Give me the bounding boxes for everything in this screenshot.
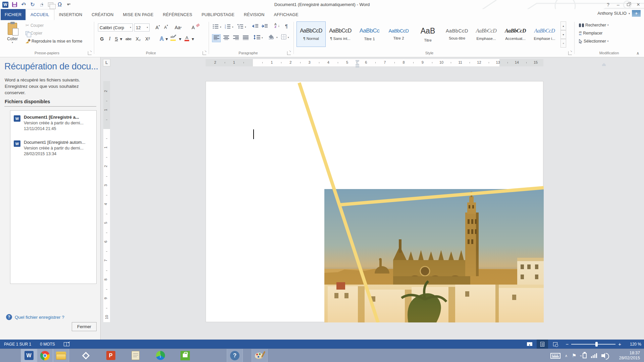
gallery-up-button[interactable]: ▲ bbox=[560, 21, 566, 30]
taskbar-paint-button[interactable] bbox=[252, 349, 268, 362]
text-effects-button[interactable]: A bbox=[158, 35, 165, 43]
taskbar-explorer-button[interactable] bbox=[53, 349, 69, 362]
grow-font-button[interactable]: A bbox=[154, 23, 162, 32]
justify-button[interactable] bbox=[241, 34, 250, 42]
zoom-out-button[interactable]: − bbox=[566, 341, 569, 347]
find-button[interactable]: Rechercher ▾ bbox=[579, 23, 609, 27]
superscript-button[interactable]: X² bbox=[144, 35, 152, 43]
shrink-font-button[interactable]: A bbox=[162, 23, 170, 32]
font-dialog-launcher[interactable] bbox=[203, 51, 206, 55]
clear-formatting-button[interactable]: A bbox=[190, 23, 197, 32]
subscript-button[interactable]: X₂ bbox=[134, 35, 142, 43]
recovered-file-item[interactable]: WDocument1 [Enregistré autom...Version c… bbox=[14, 140, 93, 156]
right-indent-marker[interactable] bbox=[602, 63, 606, 66]
zoom-level[interactable]: 120 % bbox=[626, 342, 641, 347]
font-color-chevron[interactable]: ▾ bbox=[191, 35, 195, 43]
help-button[interactable]: ? bbox=[603, 1, 613, 9]
restore-button[interactable] bbox=[623, 1, 633, 9]
close-pane-button[interactable]: Fermer bbox=[72, 322, 97, 331]
taskbar-journal-button[interactable] bbox=[127, 349, 144, 362]
decrease-indent-button[interactable] bbox=[252, 24, 258, 29]
font-color-button[interactable]: A bbox=[184, 34, 189, 42]
symbol-omega-button[interactable]: Ω▾ bbox=[56, 1, 63, 8]
style-item-0[interactable]: AaBbCcD¶ Normal bbox=[297, 21, 326, 47]
account-chip[interactable]: Anthony SULIO ▾ ✈ bbox=[597, 10, 641, 17]
shading-button[interactable]: ▾ bbox=[268, 34, 278, 41]
italic-button[interactable]: I bbox=[107, 35, 113, 43]
taskbar-diamond-button[interactable] bbox=[78, 349, 94, 362]
change-case-button[interactable]: Aa▾ bbox=[173, 23, 183, 32]
taskbar-idm-button[interactable]: ↓ bbox=[152, 349, 168, 362]
repeat-button[interactable]: ↻ bbox=[29, 1, 36, 8]
align-right-button[interactable] bbox=[231, 34, 240, 42]
collapse-ribbon-button[interactable]: ∧ bbox=[636, 51, 639, 56]
text-effects-chevron[interactable]: ▾ bbox=[165, 35, 168, 43]
taskbar-start-button[interactable] bbox=[0, 349, 21, 362]
touch-keyboard-icon[interactable] bbox=[550, 353, 560, 359]
seville-cathedral-photo[interactable] bbox=[324, 189, 544, 322]
touch-mode-button[interactable]: ☝▾ bbox=[38, 1, 45, 8]
tab-r-vision[interactable]: RÉVISION bbox=[239, 9, 269, 20]
recovered-file-item[interactable]: WDocument1 [Enregistré a...Version créée… bbox=[14, 115, 93, 131]
font-size-combo[interactable]: 12▾ bbox=[134, 23, 150, 32]
page-indicator[interactable]: PAGE 1 SUR 1 bbox=[4, 342, 31, 347]
underline-options-chevron[interactable]: ▾ bbox=[119, 35, 123, 43]
tab-fichier[interactable]: FICHIER bbox=[1, 9, 25, 20]
style-item-7[interactable]: AaBbCcDAccentuat... bbox=[501, 21, 530, 47]
tab-selector[interactable]: L bbox=[103, 59, 110, 66]
print-layout-button[interactable] bbox=[537, 340, 548, 349]
network-icon[interactable] bbox=[591, 353, 597, 358]
volume-icon[interactable] bbox=[601, 354, 604, 357]
zoom-slider[interactable] bbox=[571, 344, 615, 345]
align-center-button[interactable] bbox=[222, 34, 230, 42]
show-formatting-button[interactable]: ¶ bbox=[285, 23, 288, 29]
word-count[interactable]: 0 MOTS bbox=[40, 342, 55, 347]
taskbar-store-button[interactable] bbox=[177, 349, 193, 362]
zoom-in-button[interactable]: + bbox=[618, 341, 621, 347]
taskbar-chrome-button[interactable] bbox=[37, 349, 53, 362]
gallery-more-button[interactable]: ≡ bbox=[560, 39, 566, 48]
style-item-2[interactable]: AaBbCcTitre 1 bbox=[355, 21, 384, 47]
style-item-3[interactable]: AaBbCcDTitre 2 bbox=[384, 21, 413, 47]
tab-publipostage[interactable]: PUBLIPOSTAGE bbox=[197, 9, 239, 20]
font-name-combo[interactable]: Calibri (Corp▾ bbox=[98, 23, 133, 32]
style-item-4[interactable]: AaBTitre bbox=[413, 21, 442, 47]
battery-icon[interactable] bbox=[581, 353, 587, 358]
tab-mise-en-page[interactable]: MISE EN PAGE bbox=[118, 9, 158, 20]
clock[interactable]: 18:37 28/02/2015 bbox=[619, 351, 640, 361]
web-layout-button[interactable] bbox=[549, 340, 561, 349]
left-indent-marker[interactable] bbox=[356, 66, 359, 68]
save-button[interactable] bbox=[11, 1, 18, 8]
copy-button[interactable]: Copier bbox=[25, 31, 42, 36]
proofing-status-icon[interactable] bbox=[64, 342, 69, 346]
tab-cr-ation[interactable]: CRÉATION bbox=[87, 9, 118, 20]
taskbar-word-button[interactable]: W bbox=[21, 349, 37, 362]
strikethrough-button[interactable]: abc bbox=[124, 35, 133, 43]
sort-button[interactable]: AZ↓ bbox=[274, 23, 280, 28]
borders-button[interactable]: ▾ bbox=[281, 34, 289, 41]
highlight-chevron[interactable]: ▾ bbox=[178, 35, 182, 43]
read-mode-button[interactable] bbox=[524, 340, 535, 349]
increase-indent-button[interactable] bbox=[262, 24, 268, 29]
line-spacing-button[interactable]: ▾ bbox=[254, 35, 263, 41]
select-button[interactable]: Sélectionner ▾ bbox=[579, 39, 608, 44]
recovery-help-link[interactable]: ? Quel fichier enregistrer ? bbox=[6, 314, 64, 320]
multilevel-list-button[interactable]: ▾ bbox=[237, 24, 246, 30]
customize-quick-access-button[interactable] bbox=[65, 1, 72, 8]
close-button[interactable]: × bbox=[633, 1, 643, 9]
undo-button[interactable]: ↶▾ bbox=[20, 1, 27, 8]
cut-button[interactable]: ✂ Couper bbox=[25, 23, 44, 28]
bold-button[interactable]: G bbox=[99, 35, 105, 43]
gallery-down-button[interactable]: ▼ bbox=[560, 30, 566, 39]
style-item-1[interactable]: AaBbCcD¶ Sans int... bbox=[326, 21, 355, 47]
tab-insertion[interactable]: INSERTION bbox=[54, 9, 87, 20]
style-item-6[interactable]: AaBbCcDEmphase... bbox=[472, 21, 501, 47]
tab-accueil[interactable]: ACCUEIL bbox=[25, 9, 54, 20]
paste-button[interactable]: Coller ▾ bbox=[3, 22, 22, 50]
tab-affichage[interactable]: AFFICHAGE bbox=[269, 9, 303, 20]
taskbar-help-button[interactable]: ? bbox=[227, 349, 243, 362]
zoom-slider-thumb[interactable] bbox=[595, 342, 598, 347]
document-page[interactable] bbox=[206, 81, 543, 322]
format-painter-button[interactable]: Reproduire la mise en forme bbox=[25, 39, 82, 44]
numbering-button[interactable]: 123 ▾ bbox=[225, 24, 233, 30]
